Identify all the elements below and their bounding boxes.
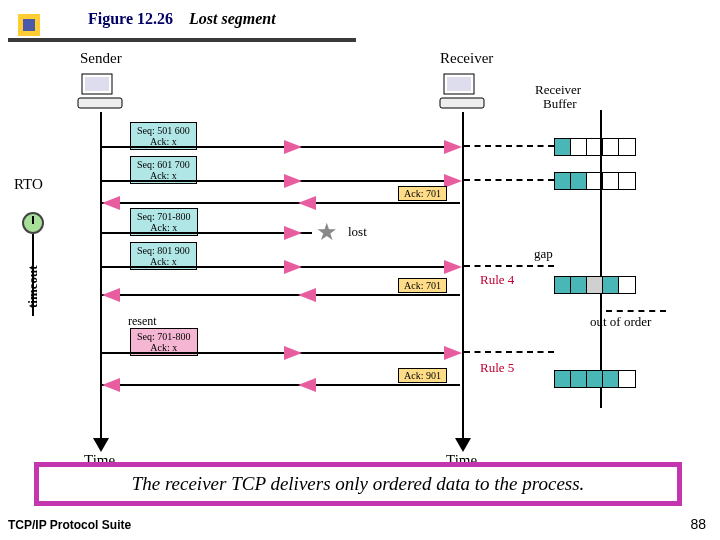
cell-gap bbox=[587, 277, 603, 293]
cell bbox=[619, 277, 635, 293]
footer-left: TCP/IP Protocol Suite bbox=[8, 518, 131, 532]
resent-label: resent bbox=[128, 314, 157, 329]
buffer-state-4 bbox=[554, 370, 636, 388]
lost-star-icon: ★ bbox=[316, 218, 338, 246]
receiver-lifeline bbox=[462, 112, 464, 442]
ack1-arrow-line bbox=[102, 202, 460, 204]
ack3-arrow-head2 bbox=[102, 378, 120, 392]
buffer-state-1 bbox=[554, 138, 636, 156]
figure-title: Figure 12.26 Lost segment bbox=[88, 10, 276, 28]
ack3-arrow-head bbox=[298, 378, 316, 392]
caption-box: The receiver TCP delivers only ordered d… bbox=[34, 462, 682, 506]
svg-rect-4 bbox=[447, 77, 471, 91]
cell bbox=[571, 371, 587, 387]
cell bbox=[603, 139, 619, 155]
timeout-label: timeout bbox=[25, 265, 41, 308]
seg2-arrow-line bbox=[102, 180, 447, 182]
receiver-time-arrowhead bbox=[455, 438, 471, 452]
caption-text: The receiver TCP delivers only ordered d… bbox=[132, 473, 585, 494]
cell bbox=[555, 371, 571, 387]
seg3-arrow-line bbox=[102, 232, 312, 234]
ack3-arrow-line bbox=[102, 384, 460, 386]
ack2-arrow-head bbox=[298, 288, 316, 302]
ack-box-2: Ack: 701 bbox=[398, 278, 447, 293]
seg4-line1: Seq: 801 900 bbox=[137, 245, 190, 256]
cell bbox=[603, 277, 619, 293]
rto-label: RTO bbox=[14, 176, 43, 193]
seg1-arrow-head2 bbox=[444, 140, 462, 154]
cell bbox=[571, 173, 587, 189]
lost-label: lost bbox=[348, 224, 367, 240]
rule5-label: Rule 5 bbox=[480, 360, 514, 376]
cell bbox=[587, 139, 603, 155]
seg5-line1: Seq: 701-800 bbox=[137, 331, 191, 342]
seg2-arrow-head bbox=[284, 174, 302, 188]
seg3-arrow-head bbox=[284, 226, 302, 240]
figure-number: Figure 12.26 bbox=[88, 10, 173, 27]
buf4-dash bbox=[464, 351, 554, 353]
seg3-line1: Seq: 701-800 bbox=[137, 211, 191, 222]
seg4-arrow-head2 bbox=[444, 260, 462, 274]
buffer-state-3 bbox=[554, 276, 636, 294]
sender-time-arrowhead bbox=[93, 438, 109, 452]
cell bbox=[555, 173, 571, 189]
cell bbox=[619, 139, 635, 155]
cell bbox=[603, 173, 619, 189]
buf1-dash bbox=[464, 145, 554, 147]
svg-rect-1 bbox=[85, 77, 109, 91]
sender-computer-icon bbox=[76, 72, 126, 112]
cell bbox=[619, 173, 635, 189]
ack-box-1: Ack: 701 bbox=[398, 186, 447, 201]
timer-icon bbox=[22, 212, 44, 234]
cell bbox=[571, 139, 587, 155]
receiver-label: Receiver bbox=[440, 50, 493, 67]
sender-label: Sender bbox=[80, 50, 122, 67]
ack1-arrow-head bbox=[298, 196, 316, 210]
cell bbox=[555, 139, 571, 155]
seg1-arrow-line bbox=[102, 146, 447, 148]
sender-lifeline bbox=[100, 112, 102, 442]
cell bbox=[571, 277, 587, 293]
buffer-state-2 bbox=[554, 172, 636, 190]
seg2-line1: Seq: 601 700 bbox=[137, 159, 190, 170]
ack2-arrow-head2 bbox=[102, 288, 120, 302]
seg1-arrow-head bbox=[284, 140, 302, 154]
seg4-arrow-line bbox=[102, 266, 447, 268]
ack-box-3: Ack: 901 bbox=[398, 368, 447, 383]
cell bbox=[587, 371, 603, 387]
ack2-arrow-line bbox=[102, 294, 460, 296]
rule4-label: Rule 4 bbox=[480, 272, 514, 288]
seg5-arrow-line bbox=[102, 352, 447, 354]
seg1-line1: Seq: 501 600 bbox=[137, 125, 190, 136]
buf3-dash bbox=[464, 265, 554, 267]
figure-name: Lost segment bbox=[189, 10, 276, 27]
receiver-computer-icon bbox=[438, 72, 488, 112]
buf2-dash bbox=[464, 179, 554, 181]
cell bbox=[603, 371, 619, 387]
gap-label: gap bbox=[534, 246, 553, 262]
title-rule bbox=[8, 38, 356, 42]
page-number: 88 bbox=[690, 516, 706, 532]
buffer-label-2: Buffer bbox=[543, 96, 577, 112]
ooo-label: out of order bbox=[590, 314, 651, 330]
seg4-arrow-head bbox=[284, 260, 302, 274]
sequence-diagram: Sender Receiver Receiver Buffer Seq: 501… bbox=[20, 50, 700, 450]
cell bbox=[555, 277, 571, 293]
seg5-arrow-head2 bbox=[444, 346, 462, 360]
cell bbox=[587, 173, 603, 189]
slide-bullet-icon bbox=[18, 14, 40, 36]
ooo-dash bbox=[606, 310, 666, 312]
ack1-arrow-head2 bbox=[102, 196, 120, 210]
svg-rect-2 bbox=[78, 98, 122, 108]
svg-rect-5 bbox=[440, 98, 484, 108]
cell bbox=[619, 371, 635, 387]
seg5-arrow-head bbox=[284, 346, 302, 360]
